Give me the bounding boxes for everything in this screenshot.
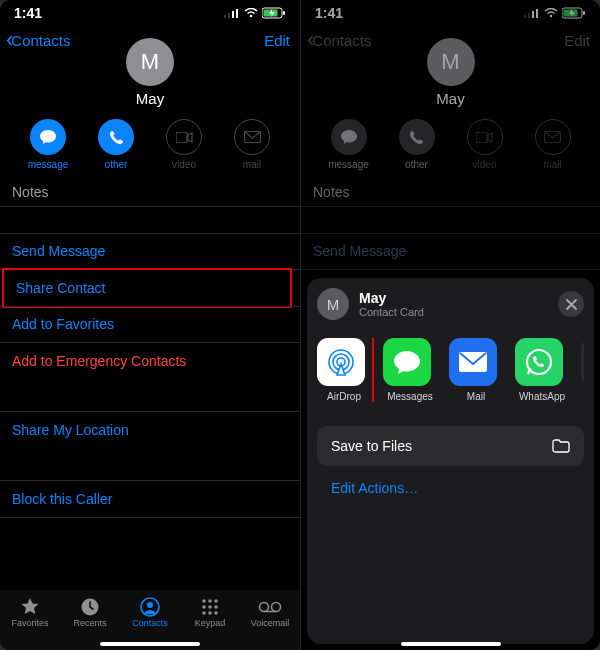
svg-point-12 <box>147 602 153 608</box>
svg-rect-0 <box>224 15 226 18</box>
tab-label: Recents <box>62 618 118 628</box>
pane-share-sheet: 1:41 ‹ Contacts Edit M May message other… <box>300 0 600 650</box>
avatar: M <box>126 38 174 86</box>
pane-contact-card: 1:41 ‹ Contacts Edit M May message other… <box>0 0 300 650</box>
messages-app-icon <box>392 349 422 375</box>
svg-point-16 <box>202 605 206 609</box>
svg-point-13 <box>202 599 206 603</box>
share-sheet: M May Contact Card AirDrop Messages <box>307 278 594 644</box>
back-button[interactable]: ‹ Contacts <box>6 29 71 51</box>
folder-icon <box>552 439 570 453</box>
tab-favorites[interactable]: Favorites <box>2 596 58 628</box>
svg-rect-7 <box>283 11 285 15</box>
sheet-title: May <box>359 290 424 306</box>
app-label: Messages <box>383 391 437 402</box>
tab-label: Keypad <box>182 618 238 628</box>
battery-icon <box>262 7 286 19</box>
tab-contacts[interactable]: Contacts <box>122 596 178 628</box>
airdrop-icon <box>324 345 358 379</box>
svg-point-17 <box>208 605 212 609</box>
save-to-files-row[interactable]: Save to Files <box>317 426 584 466</box>
contact-name: May <box>0 90 300 107</box>
action-video: video <box>161 119 207 170</box>
send-message-row[interactable]: Send Message <box>0 233 300 269</box>
svg-rect-3 <box>236 9 238 18</box>
tab-voicemail[interactable]: Voicemail <box>242 596 298 628</box>
app-more[interactable] <box>581 338 584 402</box>
sheet-subtitle: Contact Card <box>359 306 424 318</box>
add-emergency-row[interactable]: Add to Emergency Contacts <box>0 343 300 379</box>
sheet-avatar: M <box>317 288 349 320</box>
app-label: WhatsApp <box>515 391 569 402</box>
edit-button[interactable]: Edit <box>264 32 290 49</box>
app-label: Mail <box>449 391 503 402</box>
svg-point-23 <box>272 603 281 612</box>
contacts-icon <box>140 597 160 617</box>
svg-point-21 <box>214 611 218 615</box>
message-icon <box>39 129 57 145</box>
app-mail[interactable]: Mail <box>449 338 503 402</box>
save-files-label: Save to Files <box>331 438 412 454</box>
voicemail-icon <box>258 601 282 613</box>
notes-label: Notes <box>0 170 300 206</box>
home-indicator[interactable] <box>100 642 200 646</box>
signal-icon <box>224 8 240 18</box>
svg-point-18 <box>214 605 218 609</box>
svg-point-4 <box>250 15 252 17</box>
block-caller-row[interactable]: Block this Caller <box>0 481 300 517</box>
action-other[interactable]: other <box>93 119 139 170</box>
app-whatsapp[interactable]: WhatsApp <box>515 338 569 402</box>
svg-point-14 <box>208 599 212 603</box>
star-icon <box>20 597 40 617</box>
svg-rect-1 <box>228 13 230 18</box>
share-location-row[interactable]: Share My Location <box>0 412 300 448</box>
action-mail: mail <box>229 119 275 170</box>
action-message-label: message <box>25 159 71 170</box>
app-messages[interactable]: Messages <box>383 338 437 402</box>
status-icons <box>224 7 286 19</box>
tab-label: Voicemail <box>242 618 298 628</box>
video-icon <box>176 132 193 143</box>
home-indicator[interactable] <box>401 642 501 646</box>
action-message[interactable]: message <box>25 119 71 170</box>
share-apps: AirDrop Messages Mail WhatsApp <box>317 338 584 402</box>
whatsapp-icon <box>524 347 554 377</box>
status-bar: 1:41 <box>0 0 300 24</box>
keypad-icon <box>200 597 220 617</box>
action-video-label: video <box>161 159 207 170</box>
add-favorites-row[interactable]: Add to Favorites <box>0 306 300 342</box>
mail-icon <box>244 131 261 143</box>
clock-icon <box>80 597 100 617</box>
action-other-label: other <box>93 159 139 170</box>
tab-label: Favorites <box>2 618 58 628</box>
status-time: 1:41 <box>14 5 42 21</box>
action-mail-label: mail <box>229 159 275 170</box>
svg-rect-8 <box>176 132 187 143</box>
svg-rect-2 <box>232 11 234 18</box>
phone-icon <box>109 130 124 145</box>
mail-app-icon <box>458 351 488 373</box>
svg-point-22 <box>260 603 269 612</box>
svg-point-19 <box>202 611 206 615</box>
app-airdrop[interactable]: AirDrop <box>317 338 371 402</box>
close-icon <box>566 299 577 310</box>
back-label: Contacts <box>11 32 70 49</box>
close-button[interactable] <box>558 291 584 317</box>
app-label: AirDrop <box>317 391 371 402</box>
contact-actions: message other video mail <box>0 119 300 170</box>
svg-point-15 <box>214 599 218 603</box>
share-contact-row[interactable]: Share Contact <box>4 270 290 306</box>
tab-label: Contacts <box>122 618 178 628</box>
svg-point-20 <box>208 611 212 615</box>
edit-actions-row[interactable]: Edit Actions… <box>317 466 584 496</box>
tab-recents[interactable]: Recents <box>62 596 118 628</box>
tab-bar: Favorites Recents Contacts Keypad Voicem… <box>0 590 300 650</box>
tab-keypad[interactable]: Keypad <box>182 596 238 628</box>
wifi-icon <box>244 8 258 18</box>
